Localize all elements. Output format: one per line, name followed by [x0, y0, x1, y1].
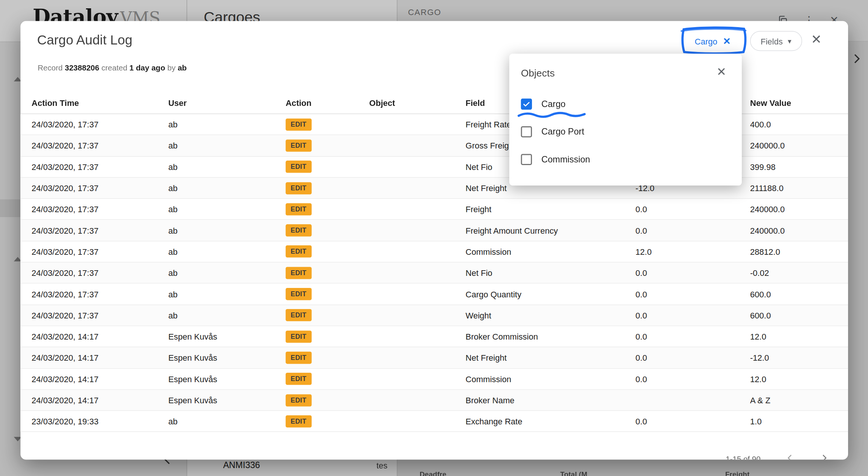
cell-field: Net Freight	[466, 353, 636, 363]
action-badge: EDIT	[286, 331, 311, 343]
cell-action-time: 24/03/2020, 14:17	[32, 395, 168, 405]
cell-action: EDIT	[286, 161, 369, 173]
fields-dropdown-button[interactable]: Fields ▾	[750, 31, 802, 51]
option-label: Commission	[541, 155, 590, 164]
cell-action: EDIT	[286, 139, 369, 152]
cell-new-value: 600.0	[750, 289, 837, 299]
action-badge: EDIT	[286, 288, 311, 300]
cell-action-time: 24/03/2020, 17:37	[32, 141, 168, 150]
cell-action-time: 24/03/2020, 17:37	[32, 247, 168, 256]
cell-action: EDIT	[286, 309, 369, 321]
cell-user: Espen Kuvås	[168, 353, 286, 363]
action-badge: EDIT	[286, 373, 311, 385]
cell-old-value: 0.0	[636, 268, 750, 278]
modal-title: Cargo Audit Log	[37, 32, 132, 47]
column-header: User	[168, 98, 286, 107]
created-word: created	[101, 63, 127, 72]
table-row: 24/03/2020, 17:37 ab EDIT Weight 0.0 600…	[20, 305, 848, 326]
record-author: ab	[178, 63, 187, 72]
cell-new-value: 240000.0	[750, 226, 837, 235]
table-row: 24/03/2020, 17:37 ab EDIT Net Fio 0.0 -0…	[20, 263, 848, 284]
cell-new-value: 211188.0	[750, 183, 837, 193]
action-badge: EDIT	[286, 182, 311, 194]
action-badge: EDIT	[286, 309, 311, 321]
cell-action-time: 24/03/2020, 17:37	[32, 226, 168, 235]
cell-action: EDIT	[286, 415, 369, 427]
cell-old-value: 0.0	[636, 332, 750, 341]
dropdown-close-icon[interactable]: ✕	[717, 66, 726, 78]
cell-old-value: 0.0	[636, 289, 750, 299]
table-row: 24/03/2020, 14:17 Espen Kuvås EDIT Broke…	[20, 326, 848, 347]
action-badge: EDIT	[286, 267, 311, 279]
checkbox[interactable]	[521, 126, 532, 137]
objects-option[interactable]: Commission	[509, 145, 742, 173]
cell-action-time: 24/03/2020, 14:17	[32, 374, 168, 384]
cell-action-time: 24/03/2020, 17:37	[32, 268, 168, 278]
filter-chip-cargo[interactable]: Cargo ✕	[688, 33, 737, 49]
table-row: 24/03/2020, 14:17 Espen Kuvås EDIT Net F…	[20, 347, 848, 369]
cell-action: EDIT	[286, 203, 369, 215]
cell-field: Exchange Rate	[466, 416, 636, 426]
cell-user: ab	[168, 120, 286, 129]
column-header: New Value	[750, 98, 837, 107]
chip-close-icon[interactable]: ✕	[723, 36, 731, 46]
cell-new-value: A & Z	[750, 395, 837, 405]
option-label: Cargo Port	[541, 127, 584, 136]
previous-page-icon[interactable]	[785, 453, 795, 460]
table-row: 24/03/2020, 17:37 ab EDIT Freight 0.0 24…	[20, 199, 848, 220]
cell-field: Freight Amount Currency	[466, 226, 636, 235]
option-label: Cargo	[541, 99, 565, 109]
table-row: 23/03/2020, 19:33 ab EDIT Exchange Rate …	[20, 411, 848, 432]
action-badge: EDIT	[286, 394, 311, 406]
by-word: by	[167, 63, 176, 72]
cell-action-time: 24/03/2020, 17:37	[32, 183, 168, 193]
modal-close-icon[interactable]: ✕	[811, 33, 822, 46]
cell-user: ab	[168, 311, 286, 320]
cell-action: EDIT	[286, 352, 369, 364]
cell-action: EDIT	[286, 288, 369, 300]
cell-action-time: 24/03/2020, 17:37	[32, 205, 168, 214]
annotation-underline	[517, 110, 587, 117]
cell-new-value: 1.0	[750, 416, 837, 426]
cell-user: Espen Kuvås	[168, 395, 286, 405]
objects-dropdown: Objects ✕ Cargo Cargo Port Commission	[509, 54, 742, 186]
cell-action: EDIT	[286, 331, 369, 343]
cell-action: EDIT	[286, 182, 369, 194]
cell-new-value: 240000.0	[750, 141, 837, 150]
action-badge: EDIT	[286, 352, 311, 364]
cell-new-value: 28812.0	[750, 247, 837, 256]
cell-action-time: 24/03/2020, 17:37	[32, 289, 168, 299]
action-badge: EDIT	[286, 118, 311, 130]
action-badge: EDIT	[286, 246, 311, 258]
table-row: 24/03/2020, 14:17 Espen Kuvås EDIT Broke…	[20, 390, 848, 411]
cell-new-value: 400.0	[750, 120, 837, 129]
cell-field: Freight	[466, 205, 636, 214]
cell-old-value: 0.0	[636, 226, 750, 235]
pagination-range: 1-15 of 90	[726, 455, 761, 460]
cell-new-value: 600.0	[750, 311, 837, 320]
cell-old-value: 0.0	[636, 353, 750, 363]
cell-new-value: 12.0	[750, 374, 837, 384]
checkbox[interactable]	[521, 99, 532, 110]
cell-field: Broker Commission	[466, 332, 636, 341]
cell-new-value: -12.0	[750, 353, 837, 363]
cell-action: EDIT	[286, 224, 369, 236]
cell-action: EDIT	[286, 373, 369, 385]
objects-option[interactable]: Cargo Port	[509, 118, 742, 145]
cell-user: Espen Kuvås	[168, 332, 286, 341]
pagination: 1-15 of 90	[726, 453, 829, 460]
fields-button-label: Fields	[761, 36, 783, 46]
next-page-icon[interactable]	[819, 453, 829, 460]
objects-option[interactable]: Cargo	[509, 90, 742, 118]
cell-new-value: -0.02	[750, 268, 837, 278]
cell-action-time: 24/03/2020, 17:37	[32, 120, 168, 129]
table-row: 24/03/2020, 17:37 ab EDIT Commission 12.…	[20, 241, 848, 262]
cell-user: Espen Kuvås	[168, 374, 286, 384]
checkbox[interactable]	[521, 154, 532, 165]
cell-action: EDIT	[286, 267, 369, 279]
cell-user: ab	[168, 247, 286, 256]
table-row: 24/03/2020, 14:17 Espen Kuvås EDIT Commi…	[20, 369, 848, 390]
column-header: Action Time	[32, 98, 168, 107]
dropdown-title: Objects	[521, 67, 555, 79]
cell-new-value: 399.98	[750, 162, 837, 171]
